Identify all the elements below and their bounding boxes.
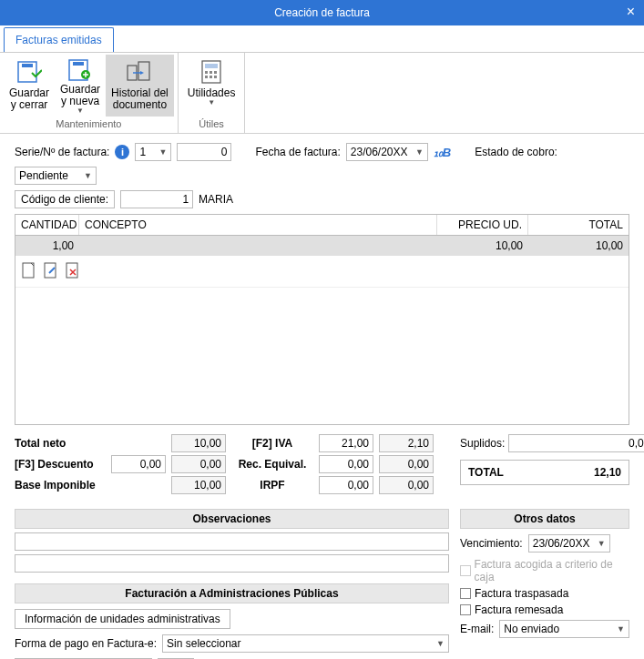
ribbon-group-mantenimiento: Guardar y cerrar Guardar y nueva ▼ Histo… (0, 53, 179, 133)
neto-label: Total neto (15, 437, 106, 450)
svg-rect-14 (214, 76, 217, 78)
base-value (171, 476, 226, 494)
save-close-button[interactable]: Guardar y cerrar (4, 55, 55, 117)
utilities-button[interactable]: Utilidades ▼ (182, 55, 241, 117)
total-value: 12,10 (594, 466, 621, 479)
col-cantidad: CANTIDAD (15, 215, 79, 235)
svg-rect-1 (22, 64, 33, 67)
desc-label: [F3] Descuento (15, 458, 106, 471)
irpf-label: IRPF (231, 479, 313, 492)
rec-label: Rec. Equival. (231, 458, 313, 471)
otros-header: Otros datos (460, 509, 629, 529)
chk-traspasada-label: Factura traspasada (475, 587, 568, 600)
irpf-pct[interactable] (319, 476, 373, 494)
new-line-button[interactable] (21, 261, 37, 281)
rec-value (379, 455, 434, 473)
suplidos-label: Suplidos: (460, 437, 505, 450)
iva-value (379, 434, 434, 452)
ribbon-group-utiles: Utilidades ▼ Útiles (179, 53, 246, 133)
rec-pct[interactable] (319, 455, 373, 473)
history-label: Historial del documento (111, 87, 169, 111)
chevron-down-icon: ▼ (77, 107, 84, 116)
chk-traspasada[interactable] (460, 588, 471, 599)
base-label: Base Imponible (15, 479, 106, 492)
brand-icon: ₁₀B (434, 146, 451, 159)
email-dropdown[interactable]: No enviado▼ (499, 620, 629, 638)
estado-label: Estado de cobro: (475, 146, 557, 158)
ribbon-group-label-util: Útiles (199, 117, 224, 133)
tab-strip: Facturas emitidas (0, 25, 644, 53)
neto-value (171, 434, 226, 452)
svg-rect-8 (205, 64, 218, 68)
window-title: Creación de factura (274, 6, 370, 19)
save-close-label: Guardar y cerrar (9, 87, 49, 111)
calculator-icon (201, 58, 221, 86)
total-box: TOTAL 12,10 (460, 460, 629, 485)
client-code-input[interactable] (120, 190, 193, 208)
serie-label: Serie/Nº de factura: (15, 146, 109, 158)
serie-dropdown[interactable]: 1▼ (135, 143, 171, 161)
save-new-label: Guardar y nueva (60, 84, 100, 107)
history-button[interactable]: Historial del documento (106, 55, 174, 117)
col-total: TOTAL (528, 215, 629, 235)
cell-cantidad: 1,00 (15, 236, 79, 256)
edit-line-button[interactable] (43, 261, 59, 281)
client-name: MARIA (199, 193, 233, 206)
iva-pct[interactable] (319, 434, 373, 452)
history-icon (126, 58, 153, 86)
venc-label: Vencimiento: (460, 537, 523, 550)
desc-pct[interactable] (111, 455, 166, 473)
svg-rect-12 (205, 76, 208, 78)
chk-caja (460, 565, 471, 576)
close-icon[interactable]: × (627, 4, 635, 20)
save-close-icon (16, 58, 42, 86)
save-new-icon (67, 58, 93, 82)
iva-label: [F2] IVA (231, 437, 313, 450)
invoice-number-input[interactable] (177, 143, 231, 161)
svg-rect-13 (210, 76, 212, 78)
svg-rect-9 (205, 71, 208, 74)
forma-pago-dropdown[interactable]: Sin seleccionar▼ (162, 634, 449, 653)
delete-line-button[interactable] (65, 261, 81, 281)
info-unidades-button[interactable]: Información de unidades administrativas (15, 609, 230, 629)
chk-caja-label: Factura acogida a criterio de caja (475, 558, 629, 583)
estado-dropdown[interactable]: Pendiente▼ (15, 167, 97, 185)
ribbon: Guardar y cerrar Guardar y nueva ▼ Histo… (0, 53, 644, 134)
cell-total: 10,00 (528, 236, 629, 256)
svg-rect-10 (210, 71, 212, 74)
desc-value (171, 455, 226, 473)
col-precio: PRECIO UD. (437, 215, 528, 235)
fecha-label: Fecha de factura: (255, 146, 340, 158)
fecha-dropdown[interactable]: 23/06/20XX▼ (346, 143, 428, 161)
info-icon[interactable]: i (115, 145, 129, 159)
obs-input-2[interactable] (15, 554, 449, 573)
total-label: TOTAL (468, 466, 504, 479)
cell-precio: 10,00 (437, 236, 528, 256)
email-label: E-mail: (460, 623, 494, 635)
svg-rect-11 (214, 71, 217, 74)
fap-header: Facturación a Administraciones Públicas (15, 583, 449, 603)
venc-dropdown[interactable]: 23/06/20XX▼ (528, 534, 610, 553)
line-items-table: CANTIDAD CONCEPTO PRECIO UD. TOTAL 1,00 … (15, 214, 629, 425)
chevron-down-icon: ▼ (208, 99, 215, 107)
obs-input-1[interactable] (15, 532, 449, 551)
chk-remesada-label: Factura remesada (475, 603, 563, 616)
svg-rect-3 (73, 62, 84, 66)
suplidos-input[interactable] (508, 434, 644, 452)
svg-rect-15 (23, 263, 34, 278)
save-new-button[interactable]: Guardar y nueva ▼ (55, 55, 106, 117)
cell-concepto (79, 236, 437, 256)
irpf-value (379, 476, 434, 494)
table-row[interactable]: 1,00 10,00 10,00 (15, 236, 629, 256)
chk-remesada[interactable] (460, 604, 471, 615)
tab-facturas-emitidas[interactable]: Facturas emitidas (4, 27, 114, 52)
forma-pago-label: Forma de pago en Factura-e: (15, 637, 157, 650)
title-bar: Creación de factura × (0, 0, 644, 25)
ribbon-group-label-maint: Mantenimiento (56, 117, 121, 133)
svg-rect-6 (138, 62, 149, 80)
svg-rect-16 (45, 263, 56, 278)
table-body-empty (15, 288, 629, 424)
col-concepto: CONCEPTO (79, 215, 437, 235)
obs-header: Observaciones (15, 509, 449, 529)
cod-cliente-label: Código de cliente: (15, 193, 114, 206)
